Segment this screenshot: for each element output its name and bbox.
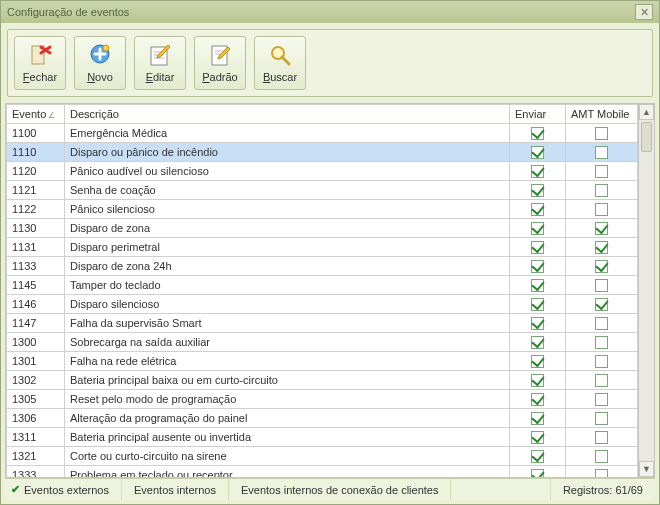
cell-send [510, 276, 566, 295]
table-row[interactable]: 1131Disparo perimetral [7, 238, 638, 257]
cell-event: 1131 [7, 238, 65, 257]
send-checkbox[interactable] [531, 393, 544, 406]
table-row[interactable]: 1311Bateria principal ausente ou inverti… [7, 428, 638, 447]
amt-checkbox[interactable] [595, 203, 608, 216]
cell-amt [566, 257, 638, 276]
cell-send [510, 200, 566, 219]
status-internal-events[interactable]: Eventos internos [122, 479, 229, 500]
table-row[interactable]: 1133Disparo de zona 24h [7, 257, 638, 276]
svg-line-15 [282, 57, 289, 64]
amt-checkbox[interactable] [595, 298, 608, 311]
amt-checkbox[interactable] [595, 165, 608, 178]
amt-checkbox[interactable] [595, 222, 608, 235]
cell-send [510, 181, 566, 200]
event-config-window: Configuração de eventos ✕ Fechar [0, 0, 660, 505]
cell-send [510, 409, 566, 428]
send-checkbox[interactable] [531, 241, 544, 254]
amt-checkbox[interactable] [595, 355, 608, 368]
col-event[interactable]: Evento∠ [7, 105, 65, 124]
send-checkbox[interactable] [531, 165, 544, 178]
cell-send [510, 371, 566, 390]
send-checkbox[interactable] [531, 203, 544, 216]
amt-checkbox[interactable] [595, 146, 608, 159]
send-checkbox[interactable] [531, 374, 544, 387]
amt-checkbox[interactable] [595, 127, 608, 140]
cell-desc: Problema em teclado ou receptor [65, 466, 510, 478]
cell-event: 1301 [7, 352, 65, 371]
cell-event: 1130 [7, 219, 65, 238]
window-close-button[interactable]: ✕ [635, 4, 653, 20]
send-checkbox[interactable] [531, 412, 544, 425]
table-row[interactable]: 1333Problema em teclado ou receptor [7, 466, 638, 478]
table-row[interactable]: 1305Reset pelo modo de programação [7, 390, 638, 409]
table-row[interactable]: 1302Bateria principal baixa ou em curto-… [7, 371, 638, 390]
send-checkbox[interactable] [531, 355, 544, 368]
table-row[interactable]: 1306Alteração da programação do painel [7, 409, 638, 428]
cell-amt [566, 428, 638, 447]
send-checkbox[interactable] [531, 184, 544, 197]
amt-checkbox[interactable] [595, 450, 608, 463]
default-button[interactable]: Padrão [194, 36, 246, 90]
amt-checkbox[interactable] [595, 317, 608, 330]
toolbar: Fechar Novo Editar [7, 29, 653, 97]
table-row[interactable]: 1300Sobrecarga na saída auxiliar [7, 333, 638, 352]
amt-checkbox[interactable] [595, 260, 608, 273]
send-checkbox[interactable] [531, 336, 544, 349]
vertical-scrollbar[interactable]: ▲ ▼ [638, 104, 654, 477]
send-checkbox[interactable] [531, 222, 544, 235]
search-magnifier-icon [268, 43, 292, 67]
table-row[interactable]: 1100Emergência Médica [7, 124, 638, 143]
amt-checkbox[interactable] [595, 374, 608, 387]
send-checkbox[interactable] [531, 469, 544, 477]
scroll-thumb[interactable] [641, 122, 652, 152]
table-row[interactable]: 1147Falha da supervisão Smart [7, 314, 638, 333]
edit-button[interactable]: Editar [134, 36, 186, 90]
cell-desc: Pânico silencioso [65, 200, 510, 219]
amt-checkbox[interactable] [595, 279, 608, 292]
search-button[interactable]: Buscar [254, 36, 306, 90]
amt-checkbox[interactable] [595, 412, 608, 425]
status-records: Registros: 61/69 [551, 479, 655, 500]
send-checkbox[interactable] [531, 146, 544, 159]
search-label: uscar [270, 71, 297, 83]
table-row[interactable]: 1120Pânico audível ou silencioso [7, 162, 638, 181]
new-button[interactable]: Novo [74, 36, 126, 90]
table-row[interactable]: 1321Corte ou curto-circuito na sirene [7, 447, 638, 466]
statusbar: ✔ Eventos externos Eventos internos Even… [5, 478, 655, 500]
cell-amt [566, 295, 638, 314]
send-checkbox[interactable] [531, 298, 544, 311]
send-checkbox[interactable] [531, 127, 544, 140]
send-checkbox[interactable] [531, 317, 544, 330]
status-internal-conn-events[interactable]: Eventos internos de conexão de clientes [229, 479, 452, 500]
table-row[interactable]: 1146Disparo silencioso [7, 295, 638, 314]
table-row[interactable]: 1301Falha na rede elétrica [7, 352, 638, 371]
amt-checkbox[interactable] [595, 336, 608, 349]
cell-desc: Disparo de zona [65, 219, 510, 238]
send-checkbox[interactable] [531, 279, 544, 292]
send-checkbox[interactable] [531, 450, 544, 463]
table-row[interactable]: 1122Pânico silencioso [7, 200, 638, 219]
col-desc[interactable]: Descrição [65, 105, 510, 124]
table-row[interactable]: 1121Senha de coação [7, 181, 638, 200]
table-row[interactable]: 1130Disparo de zona [7, 219, 638, 238]
col-send[interactable]: Enviar [510, 105, 566, 124]
amt-checkbox[interactable] [595, 241, 608, 254]
scroll-up-button[interactable]: ▲ [639, 104, 654, 120]
status-external-events[interactable]: ✔ Eventos externos [5, 479, 122, 500]
cell-desc: Disparo ou pânico de incêndio [65, 143, 510, 162]
default-label: adrão [210, 71, 238, 83]
events-table: Evento∠ Descrição Enviar AMT Mobile 1100… [6, 104, 638, 477]
amt-checkbox[interactable] [595, 184, 608, 197]
amt-checkbox[interactable] [595, 393, 608, 406]
toolbar-container: Fechar Novo Editar [1, 23, 659, 103]
amt-checkbox[interactable] [595, 469, 608, 477]
table-row[interactable]: 1145Tamper do teclado [7, 276, 638, 295]
col-amt[interactable]: AMT Mobile [566, 105, 638, 124]
send-checkbox[interactable] [531, 260, 544, 273]
close-button[interactable]: Fechar [14, 36, 66, 90]
cell-amt [566, 390, 638, 409]
amt-checkbox[interactable] [595, 431, 608, 444]
scroll-down-button[interactable]: ▼ [639, 461, 654, 477]
table-row[interactable]: 1110Disparo ou pânico de incêndio [7, 143, 638, 162]
send-checkbox[interactable] [531, 431, 544, 444]
